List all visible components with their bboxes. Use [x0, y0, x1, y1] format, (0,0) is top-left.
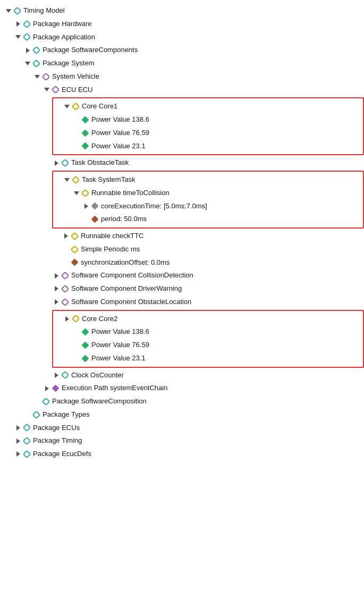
icon-pkg-ecus — [22, 424, 31, 432]
tree-item-core-core2[interactable]: Core Core2 — [53, 313, 360, 326]
arrow-sw-collision[interactable] — [52, 273, 61, 279]
tree-item-sw-obstacle[interactable]: Software Component ObstacleLocation — [4, 296, 364, 309]
arrow-runnable-ttc[interactable] — [72, 191, 81, 195]
icon-pkg-types — [32, 410, 40, 419]
arrow-pkg-sw-components[interactable] — [23, 48, 32, 53]
tree-item-pkg-ecuc[interactable]: Package EcucDefs — [4, 448, 364, 461]
tree-item-pkg-sw-components[interactable]: Package SoftwareComponents — [4, 44, 364, 57]
svg-marker-0 — [14, 7, 21, 14]
arrow-sw-driver[interactable] — [52, 286, 61, 291]
tree-item-sw-collision[interactable]: Software Component CollisionDetection — [4, 269, 364, 282]
tree-item-exec-path[interactable]: Execution Path systemEventChain — [4, 382, 364, 395]
arrow-pkg-ecus[interactable] — [14, 425, 22, 431]
svg-marker-23 — [82, 328, 89, 335]
arrow-clock-os[interactable] — [52, 373, 61, 378]
tree-item-power-23-1[interactable]: Power Value 23.1 — [53, 140, 360, 153]
tree-item-sys-vehicle[interactable]: System Vehicle — [4, 70, 364, 83]
arrow-pkg-system[interactable] — [23, 62, 32, 65]
tree-root[interactable]: Timing Model — [4, 4, 364, 18]
svg-marker-24 — [82, 342, 89, 349]
tree-item-clock-os[interactable]: Clock OsCounter — [4, 369, 364, 382]
arrow-sw-obstacle[interactable] — [52, 299, 61, 305]
red-box-task-system: Task SystemTask Runnable timeToCollision — [52, 171, 364, 229]
icon-task-obstacle — [61, 159, 69, 167]
svg-marker-17 — [71, 246, 78, 253]
arrow-exec-path[interactable] — [43, 386, 51, 391]
arrow-pkg-hardware[interactable] — [14, 21, 22, 27]
icon-sys-vehicle — [41, 72, 50, 81]
tree-item-simple-periodic[interactable]: Simple Periodic ms — [4, 243, 364, 256]
icon-core-core1 — [71, 103, 80, 111]
label-pkg-ecuc: Package EcucDefs — [33, 448, 91, 460]
arrow-task-obstacle[interactable] — [52, 161, 61, 166]
label-clock-os: Clock OsCounter — [71, 369, 124, 382]
tree-item-pkg-system[interactable]: Package System — [4, 57, 364, 70]
tree-item-power-23-2[interactable]: Power Value 23.1 — [53, 352, 360, 365]
arrow-pkg-timing[interactable] — [14, 439, 22, 444]
svg-marker-2 — [23, 33, 30, 40]
tree-item-pkg-sw-composition[interactable]: Package SoftwareComposition — [4, 395, 364, 408]
arrow-period — [82, 217, 90, 221]
tree-item-power-76-2[interactable]: Power Value 76.59 — [53, 339, 360, 352]
tree-item-runnable-check[interactable]: Runnable checkTTC — [4, 230, 364, 243]
tree-item-runnable-ttc[interactable]: Runnable timeToCollision — [53, 187, 360, 200]
label-pkg-application: Package Application — [33, 31, 95, 44]
svg-marker-9 — [82, 130, 89, 137]
label-timing-model: Timing Model — [23, 5, 65, 17]
svg-marker-16 — [71, 233, 78, 240]
arrow-pkg-sw-composition — [33, 400, 41, 403]
icon-power-76-1 — [81, 129, 89, 137]
tree-item-pkg-types[interactable]: Package Types — [4, 408, 364, 422]
tree-item-pkg-application[interactable]: Package Application — [4, 31, 364, 44]
tree-item-power-138-2[interactable]: Power Value 138.6 — [53, 325, 360, 339]
icon-runnable-check — [70, 232, 79, 240]
arrow-sync-offset — [62, 260, 70, 264]
label-pkg-system: Package System — [43, 57, 95, 70]
arrow-pkg-application[interactable] — [14, 35, 22, 39]
svg-marker-28 — [43, 398, 49, 405]
tree-item-core-core1[interactable]: Core Core1 — [53, 100, 360, 113]
svg-marker-18 — [71, 259, 78, 266]
label-power-76-1: Power Value 76.59 — [91, 127, 149, 139]
tree-item-power-76-1[interactable]: Power Value 76.59 — [53, 127, 360, 140]
arrow-runnable-check[interactable] — [62, 233, 70, 239]
tree-item-sw-driver[interactable]: Software Component DriverWarning — [4, 282, 364, 296]
icon-sync-offset — [70, 258, 79, 267]
svg-marker-22 — [72, 315, 79, 322]
svg-marker-12 — [72, 176, 79, 183]
arrow-timing-model[interactable] — [4, 9, 13, 13]
icon-sw-collision — [61, 272, 69, 280]
tree-item-task-obstacle[interactable]: Task ObstacleTask — [4, 156, 364, 170]
tree-item-pkg-timing[interactable]: Package Timing — [4, 434, 364, 448]
tree-view: Timing Model Package Hardware Package Ap… — [4, 4, 364, 461]
tree-item-power-138-1[interactable]: Power Value 138.6 — [53, 113, 360, 127]
svg-marker-21 — [62, 299, 69, 306]
arrow-core-exec-time[interactable] — [82, 204, 90, 209]
arrow-pkg-ecuc[interactable] — [14, 451, 22, 457]
icon-power-76-2 — [81, 341, 89, 349]
svg-marker-1 — [23, 21, 30, 28]
arrow-core-core1[interactable] — [63, 105, 71, 108]
icon-pkg-sw-composition — [41, 397, 50, 406]
icon-sw-obstacle — [61, 298, 69, 306]
icon-pkg-sw-components — [32, 46, 40, 55]
arrow-core-core2[interactable] — [63, 316, 71, 322]
arrow-task-system[interactable] — [63, 178, 71, 182]
svg-marker-25 — [82, 355, 89, 362]
tree-item-task-system[interactable]: Task SystemTask — [53, 173, 360, 187]
svg-marker-20 — [62, 285, 69, 292]
label-power-76-2: Power Value 76.59 — [91, 339, 149, 351]
label-power-138-1: Power Value 138.6 — [91, 114, 149, 126]
icon-exec-path — [51, 384, 60, 393]
label-core-exec-time: coreExecutionTime: [5.0ms;7.0ms] — [101, 200, 207, 213]
arrow-ecu-ecu[interactable] — [43, 88, 51, 91]
tree-item-ecu-ecu[interactable]: ECU ECU — [4, 83, 364, 97]
tree-item-period[interactable]: period: 50.0ms — [53, 213, 360, 226]
tree-item-sync-offset[interactable]: synchronizationOffset: 0.0ms — [4, 256, 364, 269]
tree-item-pkg-hardware[interactable]: Package Hardware — [4, 18, 364, 31]
arrow-sys-vehicle[interactable] — [33, 75, 41, 79]
tree-item-pkg-ecus[interactable]: Package ECUs — [4, 422, 364, 435]
label-power-138-2: Power Value 138.6 — [91, 326, 149, 338]
icon-period — [90, 215, 99, 224]
tree-item-core-exec-time[interactable]: coreExecutionTime: [5.0ms;7.0ms] — [53, 200, 360, 213]
